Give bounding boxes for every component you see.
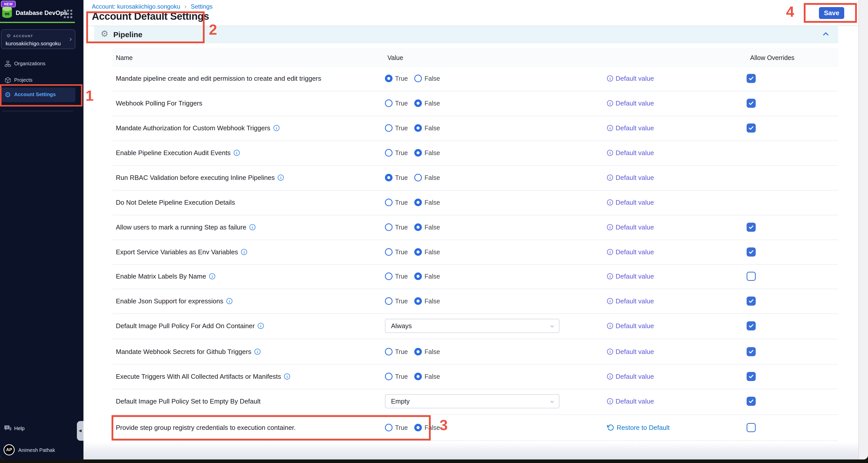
default-value-link[interactable]: iDefault value	[607, 174, 654, 182]
radio-true[interactable]	[385, 373, 393, 380]
radio-false[interactable]	[414, 297, 422, 305]
radio-false[interactable]	[414, 99, 422, 107]
info-icon[interactable]: i	[284, 373, 290, 379]
settings-row: Allow users to mark a running Step as fa…	[113, 215, 838, 240]
radio-true[interactable]	[385, 223, 393, 231]
radio-true[interactable]	[385, 149, 393, 157]
user-name[interactable]: Animesh Pathak	[18, 447, 55, 453]
default-value-label: Default value	[616, 99, 654, 107]
radio-false[interactable]	[414, 373, 422, 380]
scrollbar-gutter[interactable]	[858, 0, 868, 459]
setting-action: iDefault value	[607, 441, 654, 459]
radio-false[interactable]	[414, 424, 422, 431]
radio-true[interactable]	[385, 124, 393, 132]
radio-false[interactable]	[414, 74, 422, 82]
account-label: ACCOUNT	[13, 34, 33, 38]
allow-overrides-checkbox[interactable]	[747, 397, 756, 406]
check-icon	[748, 373, 754, 379]
info-icon[interactable]: i	[167, 450, 174, 456]
setting-action: iDefault value	[607, 215, 654, 240]
default-value-link[interactable]: iDefault value	[607, 198, 654, 207]
chevron-right-icon[interactable]: ›	[69, 35, 72, 43]
radio-true[interactable]	[385, 174, 393, 181]
radio-true[interactable]	[385, 198, 393, 206]
default-value-link[interactable]: iDefault value	[607, 450, 654, 457]
radio-true[interactable]	[385, 297, 393, 305]
info-icon[interactable]: i	[249, 224, 255, 230]
default-value-link[interactable]: iDefault value	[607, 74, 654, 83]
info-icon[interactable]: i	[209, 273, 215, 279]
radio-false[interactable]	[414, 348, 422, 356]
radio-false[interactable]	[414, 273, 422, 280]
info-icon[interactable]: i	[241, 249, 247, 255]
database-devops-logo-icon[interactable]: ∞	[1, 6, 13, 20]
allow-overrides-checkbox[interactable]	[747, 272, 756, 281]
allow-overrides-checkbox[interactable]	[747, 297, 756, 306]
default-value-link[interactable]: iDefault value	[607, 322, 654, 330]
default-value-link[interactable]: iDefault value	[607, 149, 654, 157]
info-icon[interactable]: i	[258, 323, 264, 329]
info-icon[interactable]: i	[254, 349, 260, 355]
allow-overrides-checkbox[interactable]	[747, 74, 756, 83]
radio-true[interactable]	[385, 424, 393, 431]
timeout-input[interactable]: 4h	[385, 446, 537, 459]
radio-false[interactable]	[414, 149, 422, 157]
default-value-link[interactable]: iDefault value	[607, 124, 654, 132]
setting-value: True False	[385, 215, 447, 240]
value-select[interactable]: Always	[385, 319, 559, 333]
radio-false-label: False	[424, 124, 440, 132]
settings-row: Provide step group registry credentials …	[113, 415, 838, 440]
setting-name: Provide step group registry credentials …	[116, 415, 296, 440]
allow-overrides-checkbox[interactable]	[747, 423, 756, 432]
sidebar-item-organizations[interactable]: Organizations	[1, 57, 75, 71]
allow-overrides-checkbox[interactable]	[747, 223, 756, 232]
default-value-link[interactable]: iDefault value	[607, 248, 654, 256]
setting-value: True False	[385, 339, 447, 364]
radio-true[interactable]	[385, 99, 393, 107]
default-value-label: Default value	[616, 124, 654, 132]
radio-false[interactable]	[414, 248, 422, 256]
default-value-link[interactable]: iDefault value	[607, 273, 654, 280]
default-value-link[interactable]: iDefault value	[607, 373, 654, 380]
radio-false-label: False	[424, 348, 440, 356]
default-value-link[interactable]: iDefault value	[607, 348, 654, 356]
module-grid-icon[interactable]	[64, 10, 72, 18]
info-icon[interactable]: i	[278, 175, 284, 181]
default-value-link[interactable]: iDefault value	[607, 99, 654, 107]
default-value-link[interactable]: iDefault value	[607, 223, 654, 231]
allow-overrides-checkbox[interactable]	[747, 123, 756, 132]
radio-false[interactable]	[414, 223, 422, 231]
value-select[interactable]: Empty	[385, 394, 559, 408]
info-icon[interactable]: i	[234, 150, 240, 156]
radio-true[interactable]	[385, 74, 393, 82]
radio-false[interactable]	[414, 174, 422, 181]
radio-true[interactable]	[385, 273, 393, 280]
setting-action: iDefault value	[607, 116, 654, 141]
radio-false[interactable]	[414, 124, 422, 132]
restore-to-default-link[interactable]: Restore to Default	[607, 424, 670, 432]
allow-overrides-checkbox[interactable]	[747, 347, 756, 356]
check-icon	[748, 224, 754, 230]
default-value-link[interactable]: iDefault value	[607, 297, 654, 305]
allow-overrides-checkbox[interactable]	[747, 321, 756, 331]
sidebar-item-help[interactable]: ? Help	[0, 423, 75, 436]
account-selector[interactable]: ACCOUNT kurosakiichigo.songoku ›	[1, 29, 75, 49]
info-icon[interactable]: i	[273, 125, 279, 131]
pin-button[interactable]	[537, 446, 552, 459]
sidebar-collapse-handle[interactable]: ◀	[77, 421, 84, 441]
sidebar-item-account-settings[interactable]: ⚙ Account Settings	[1, 88, 75, 102]
allow-overrides-checkbox[interactable]	[747, 247, 756, 256]
default-value-link[interactable]: iDefault value	[607, 398, 654, 405]
info-icon[interactable]: i	[226, 298, 232, 304]
radio-true[interactable]	[385, 248, 393, 256]
allow-overrides-checkbox[interactable]	[747, 372, 756, 381]
sidebar-item-projects[interactable]: Projects	[1, 73, 75, 88]
user-avatar[interactable]: AP	[4, 444, 15, 455]
setting-override	[747, 215, 756, 240]
radio-true[interactable]	[385, 348, 393, 356]
allow-overrides-checkbox[interactable]	[747, 449, 756, 458]
radio-false[interactable]	[414, 198, 422, 206]
setting-name-text: Webhook Polling For Triggers	[116, 99, 202, 107]
allow-overrides-checkbox[interactable]	[747, 99, 756, 108]
setting-name-text: Execute Triggers With All Collected Arti…	[116, 373, 281, 380]
